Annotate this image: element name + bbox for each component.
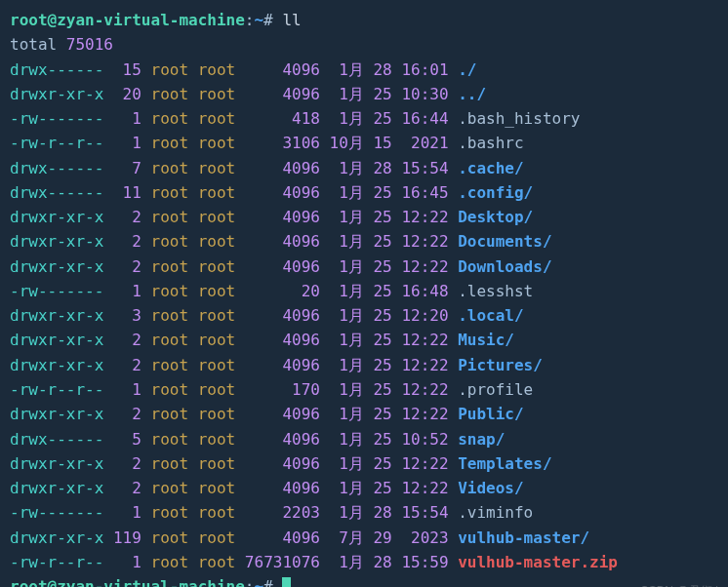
prompt-line-2: root@zyan-virtual-machine:~# <box>10 574 718 587</box>
prompt-hash: # <box>263 11 273 29</box>
day: 25 <box>373 306 391 325</box>
link-count: 11 <box>113 183 142 202</box>
day: 25 <box>373 430 391 449</box>
permissions: drwxr-xr-x <box>10 479 103 497</box>
owner: root <box>151 454 189 473</box>
list-item: -rw-r--r-- 1 root root 76731076 1月 28 15… <box>10 550 718 574</box>
day: 25 <box>373 454 391 473</box>
permissions: -rw------- <box>10 503 103 522</box>
owner: root <box>151 430 189 449</box>
time: 10:52 <box>401 430 448 449</box>
size: 418 <box>245 109 320 128</box>
link-count: 2 <box>113 405 142 423</box>
size: 170 <box>245 380 320 399</box>
file-listing: drwx------ 15 root root 4096 1月 28 16:01… <box>10 58 718 575</box>
owner: root <box>151 553 189 571</box>
prompt-user-host: root@zyan-virtual-machine <box>10 11 245 29</box>
permissions: drwxr-xr-x <box>10 331 103 349</box>
owner: root <box>151 528 189 547</box>
link-count: 7 <box>113 159 142 177</box>
permissions: drwxr-xr-x <box>10 405 103 423</box>
permissions: drwxr-xr-x <box>10 356 103 374</box>
month: 1月 <box>330 430 364 449</box>
list-item: -rw-r--r-- 1 root root 170 1月 25 12:22 .… <box>10 377 718 402</box>
day: 25 <box>373 380 391 399</box>
list-item: -rw-r--r-- 1 root root 3106 10月 15 2021 … <box>10 131 718 155</box>
link-count: 1 <box>113 503 142 522</box>
file-name: vulhub-master.zip <box>458 553 618 571</box>
owner: root <box>151 331 189 349</box>
list-item: drwxr-xr-x 2 root root 4096 1月 25 12:22 … <box>10 353 718 377</box>
month: 1月 <box>330 232 364 251</box>
group: root <box>198 430 236 449</box>
terminal[interactable]: root@zyan-virtual-machine:~# ll total 75… <box>10 8 718 587</box>
group: root <box>198 479 236 497</box>
total-value: 75016 <box>66 35 113 54</box>
list-item: drwxr-xr-x 2 root root 4096 1月 25 12:22 … <box>10 254 718 279</box>
link-count: 15 <box>113 60 142 79</box>
file-name: .bash_history <box>458 109 580 128</box>
group: root <box>198 257 236 276</box>
group: root <box>198 380 236 399</box>
file-name: Templates/ <box>458 454 551 473</box>
group: root <box>198 232 236 251</box>
list-item: -rw------- 1 root root 20 1月 25 16:48 .l… <box>10 279 718 303</box>
list-item: -rw------- 1 root root 2203 1月 28 15:54 … <box>10 500 718 525</box>
group: root <box>198 528 236 547</box>
month: 1月 <box>330 208 364 226</box>
day: 25 <box>373 405 391 423</box>
cursor[interactable] <box>282 577 291 587</box>
size: 4096 <box>245 183 320 202</box>
size: 3106 <box>245 134 320 152</box>
size: 4096 <box>245 479 320 497</box>
day: 28 <box>373 159 391 177</box>
permissions: -rw-r--r-- <box>10 553 103 571</box>
month: 1月 <box>330 183 364 202</box>
day: 25 <box>373 109 391 128</box>
file-name: .local/ <box>458 306 523 325</box>
month: 1月 <box>330 479 364 497</box>
day: 15 <box>373 134 391 152</box>
permissions: -rw-r--r-- <box>10 380 103 399</box>
permissions: drwxr-xr-x <box>10 208 103 226</box>
size: 4096 <box>245 331 320 349</box>
list-item: drwxr-xr-x 2 root root 4096 1月 25 12:22 … <box>10 229 718 254</box>
owner: root <box>151 159 189 177</box>
month: 1月 <box>330 109 364 128</box>
file-name: .lesshst <box>458 282 533 300</box>
day: 25 <box>373 282 391 300</box>
file-name: Desktop/ <box>458 208 533 226</box>
group: root <box>198 109 236 128</box>
owner: root <box>151 232 189 251</box>
time: 16:01 <box>401 60 448 79</box>
link-count: 2 <box>113 257 142 276</box>
month: 1月 <box>330 60 364 79</box>
day: 28 <box>373 553 391 571</box>
list-item: drwxr-xr-x 2 root root 4096 1月 25 12:22 … <box>10 451 718 476</box>
link-count: 2 <box>113 356 142 374</box>
group: root <box>198 503 236 522</box>
size: 4096 <box>245 405 320 423</box>
permissions: drwx------ <box>10 159 103 177</box>
permissions: drwx------ <box>10 60 103 79</box>
size: 4096 <box>245 60 320 79</box>
group: root <box>198 282 236 300</box>
file-name: .cache/ <box>458 159 523 177</box>
size: 20 <box>245 282 320 300</box>
owner: root <box>151 306 189 325</box>
group: root <box>198 553 236 571</box>
month: 1月 <box>330 503 364 522</box>
day: 25 <box>373 331 391 349</box>
permissions: drwxr-xr-x <box>10 306 103 325</box>
file-name: vulhub-master/ <box>458 528 589 547</box>
permissions: drwx------ <box>10 183 103 202</box>
size: 4096 <box>245 159 320 177</box>
command-text: ll <box>282 11 301 29</box>
owner: root <box>151 257 189 276</box>
link-count: 1 <box>113 553 142 571</box>
time: 12:22 <box>401 356 448 374</box>
month: 1月 <box>330 85 364 103</box>
time: 12:22 <box>401 208 448 226</box>
list-item: drwx------ 5 root root 4096 1月 25 10:52 … <box>10 427 718 451</box>
permissions: -rw------- <box>10 109 103 128</box>
